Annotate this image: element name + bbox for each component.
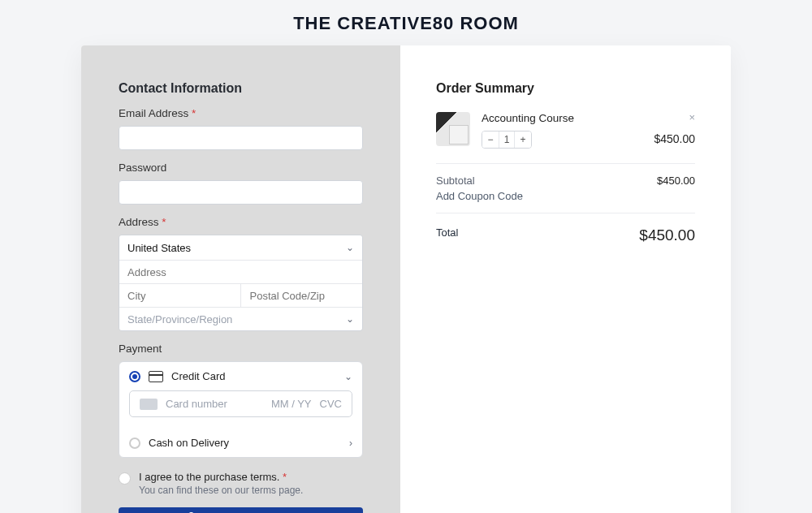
page-title: THE CREATIVE80 ROOM: [0, 0, 812, 45]
add-coupon-link[interactable]: Add Coupon Code: [436, 190, 695, 202]
credit-card-label: Credit Card: [171, 370, 336, 382]
qty-increment-button[interactable]: +: [515, 131, 531, 148]
required-asterisk: *: [162, 216, 166, 228]
required-asterisk: *: [192, 107, 196, 119]
password-field[interactable]: [119, 180, 363, 205]
email-field[interactable]: [119, 126, 363, 150]
email-label: Email Address *: [119, 107, 363, 119]
terms-subtext: You can find these on our terms page.: [139, 485, 303, 496]
expiry-hint: MM / YY: [271, 398, 312, 410]
credit-card-icon: [149, 371, 163, 382]
country-value: United States: [127, 242, 191, 254]
city-field[interactable]: [119, 284, 240, 307]
chevron-down-icon: ⌄: [346, 242, 354, 253]
address-label: Address *: [119, 216, 363, 228]
terms-checkbox[interactable]: [119, 472, 131, 485]
chevron-down-icon: ⌄: [344, 371, 352, 382]
total-label: Total: [436, 226, 458, 244]
purchase-button[interactable]: Purchase $450.00: [119, 507, 363, 513]
payment-option-credit-card[interactable]: Credit Card ⌄: [119, 362, 362, 390]
remove-item-button[interactable]: ×: [689, 112, 695, 123]
payment-panel: Credit Card ⌄ Card number MM / YY CVC Ca…: [119, 361, 363, 458]
card-chip-icon: [140, 399, 158, 410]
terms-heading: I agree to the purchase terms. *: [139, 471, 303, 483]
subtotal-block: Subtotal $450.00 Add Coupon Code: [436, 164, 695, 213]
item-price: $450.00: [654, 132, 695, 145]
subtotal-label: Subtotal: [436, 175, 475, 187]
total-line: Total $450.00: [436, 226, 695, 244]
postal-field[interactable]: [240, 284, 361, 307]
password-label: Password: [119, 162, 363, 174]
cvc-hint: CVC: [320, 398, 342, 410]
product-thumbnail: [436, 112, 470, 146]
state-select[interactable]: State/Province/Region ⌄: [119, 308, 362, 330]
qty-decrement-button[interactable]: −: [482, 131, 499, 148]
card-number-field[interactable]: Card number MM / YY CVC: [129, 390, 352, 417]
address-group: United States ⌄ State/Province/Region ⌄: [119, 235, 363, 331]
quantity-stepper: − 1 +: [482, 131, 532, 149]
radio-off-icon: [129, 438, 140, 449]
chevron-right-icon: ›: [349, 438, 352, 449]
country-select[interactable]: United States ⌄: [119, 235, 362, 260]
chevron-down-icon: ⌄: [346, 313, 354, 325]
required-asterisk: *: [283, 471, 287, 483]
checkout-form-panel: Contact Information Email Address * Pass…: [81, 45, 400, 513]
qty-value: 1: [499, 131, 515, 148]
state-placeholder: State/Province/Region: [127, 313, 232, 325]
subtotal-value: $450.00: [657, 175, 695, 187]
order-summary-panel: Order Summary Accounting Course − 1 + × …: [400, 45, 731, 513]
address-field[interactable]: [119, 261, 362, 283]
contact-section-title: Contact Information: [119, 81, 363, 96]
product-name: Accounting Course: [482, 112, 642, 124]
cod-label: Cash on Delivery: [149, 437, 341, 449]
order-summary-title: Order Summary: [436, 81, 695, 96]
total-value: $450.00: [639, 226, 695, 244]
order-item-row: Accounting Course − 1 + × $450.00: [436, 112, 695, 164]
radio-on-icon: [129, 371, 140, 382]
checkout-container: Contact Information Email Address * Pass…: [81, 45, 731, 513]
payment-label: Payment: [119, 343, 363, 355]
card-number-placeholder: Card number: [166, 398, 227, 410]
credit-card-body: Card number MM / YY CVC: [119, 390, 362, 429]
terms-row: I agree to the purchase terms. * You can…: [119, 471, 363, 496]
payment-option-cod[interactable]: Cash on Delivery ›: [119, 429, 362, 457]
